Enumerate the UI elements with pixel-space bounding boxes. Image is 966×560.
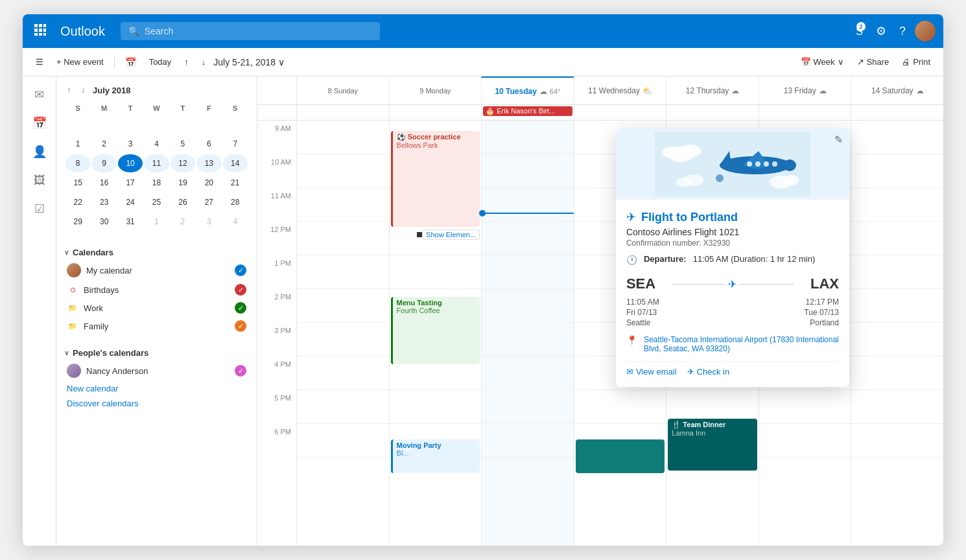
- separator: [114, 56, 115, 69]
- birthday-event[interactable]: 🎂 Erik Nason's Birt...: [483, 106, 572, 116]
- day-header-monday[interactable]: 9 Monday: [389, 76, 482, 104]
- cal-day[interactable]: 20: [196, 174, 221, 192]
- cal-day[interactable]: 3: [196, 213, 221, 231]
- flight-airline: Contoso Airlines Flight 1021: [626, 227, 839, 237]
- cal-day[interactable]: [118, 115, 143, 134]
- share-button[interactable]: ↗ Share: [852, 53, 895, 71]
- search-box[interactable]: 🔍: [121, 22, 380, 40]
- people-nav-icon[interactable]: 👤: [27, 139, 53, 165]
- cal-day[interactable]: [65, 115, 90, 134]
- help-button[interactable]: ?: [895, 21, 910, 42]
- day-header-friday[interactable]: 13 Friday ☁: [759, 76, 851, 104]
- cal-day[interactable]: 19: [171, 174, 195, 192]
- cal-day[interactable]: 18: [144, 174, 169, 192]
- cal-day[interactable]: 4: [223, 213, 248, 231]
- soccer-practice-event[interactable]: ⚽ Soccer practice Bellows Park: [391, 131, 480, 227]
- day-header-tuesday[interactable]: 10 Tuesday ☁ 64°: [481, 76, 574, 104]
- cal-day[interactable]: 15: [65, 174, 90, 192]
- calendar-icon-btn[interactable]: 📅: [120, 53, 141, 71]
- view-email-button[interactable]: ✉ View email: [626, 367, 677, 377]
- skype-button[interactable]: S 2: [852, 21, 867, 42]
- cal-day[interactable]: 2: [91, 135, 116, 153]
- day-header-saturday[interactable]: 14 Saturday ☁: [851, 76, 943, 104]
- photos-nav-icon[interactable]: 🖼: [27, 167, 53, 193]
- day-header-thursday[interactable]: 12 Thursday ☁: [666, 76, 759, 104]
- cal-day[interactable]: 11: [144, 154, 169, 172]
- cal-day[interactable]: 3: [118, 135, 143, 153]
- discover-calendars-link[interactable]: Discover calendars: [64, 396, 249, 411]
- cal-day[interactable]: [91, 115, 116, 134]
- cal-day[interactable]: 6: [196, 135, 221, 153]
- cal-day[interactable]: 14: [223, 154, 248, 172]
- print-button[interactable]: 🖨 Print: [897, 53, 936, 71]
- my-calendar-item[interactable]: My calendar ✓: [64, 260, 249, 281]
- cal-day[interactable]: 4: [144, 135, 169, 153]
- flight-location-link[interactable]: Seattle-Tacoma International Airport (17…: [644, 335, 839, 353]
- flight-popup-title: Flight to Portland: [641, 211, 738, 224]
- cal-day[interactable]: 8: [65, 154, 90, 172]
- cal-day[interactable]: [144, 115, 169, 134]
- birthdays-item[interactable]: ⊙ Birthdays ✓: [64, 281, 249, 299]
- next-button[interactable]: ↓: [196, 53, 211, 71]
- sidebar: ↑ ↓ July 2018 S M T W T F S: [56, 76, 257, 546]
- nancy-calendar-item[interactable]: Nancy Anderson ✓: [64, 360, 249, 381]
- time-10am: 10 AM: [257, 157, 296, 191]
- mini-cal-prev[interactable]: ↑: [64, 84, 73, 96]
- hamburger-button[interactable]: ☰: [30, 53, 49, 71]
- cal-day[interactable]: 25: [144, 193, 169, 211]
- cal-day[interactable]: 28: [223, 193, 248, 211]
- cal-day[interactable]: 23: [91, 193, 116, 211]
- search-input[interactable]: [145, 26, 372, 36]
- moving-party-event[interactable]: Moving Party Bl...: [391, 439, 480, 473]
- cal-day[interactable]: 29: [65, 213, 90, 231]
- family-item[interactable]: 📁 Family ✓: [64, 317, 249, 335]
- cal-day[interactable]: 7: [223, 135, 248, 153]
- day-header-sunday[interactable]: 8 Sunday: [296, 76, 389, 104]
- waffle-icon[interactable]: [30, 20, 50, 43]
- settings-button[interactable]: ⚙: [872, 20, 890, 42]
- calendars-section-header[interactable]: ∨ Calendars: [64, 245, 249, 260]
- new-calendar-link[interactable]: New calendar: [64, 381, 249, 396]
- peoples-header[interactable]: ∨ People's calendars: [64, 345, 249, 360]
- cal-day[interactable]: 13: [196, 154, 221, 172]
- new-event-button[interactable]: + New event: [51, 53, 109, 71]
- cal-day[interactable]: 31: [118, 213, 143, 231]
- cal-day[interactable]: 2: [171, 213, 195, 231]
- check-in-button[interactable]: ✈ Check in: [687, 367, 730, 377]
- cal-day[interactable]: 5: [171, 135, 195, 153]
- teal-event[interactable]: [576, 439, 665, 473]
- cal-day[interactable]: 30: [91, 213, 116, 231]
- date-range[interactable]: July 5-21, 2018 ∨: [213, 57, 285, 67]
- day-header-wednesday[interactable]: 11 Wednesday ⛅: [574, 76, 666, 104]
- flight-popup-close[interactable]: ✎: [834, 134, 843, 146]
- cal-day[interactable]: 22: [65, 193, 90, 211]
- calendar-nav-icon[interactable]: 📅: [27, 110, 53, 136]
- cal-day[interactable]: 17: [118, 174, 143, 192]
- cal-day[interactable]: 1: [65, 135, 90, 153]
- show-elements-btn[interactable]: Show Elemen...: [422, 229, 480, 240]
- cal-day[interactable]: 16: [91, 174, 116, 192]
- today-button[interactable]: Today: [144, 53, 177, 71]
- menu-tasting-event[interactable]: Menu Tasting Fourth Coffee: [391, 297, 480, 364]
- cal-day[interactable]: [196, 115, 221, 134]
- work-item[interactable]: 📁 Work ✓: [64, 299, 249, 317]
- mail-nav-icon[interactable]: ✉: [27, 82, 53, 108]
- cal-day[interactable]: 9: [91, 154, 116, 172]
- cal-day[interactable]: [223, 115, 248, 134]
- cal-day[interactable]: 26: [171, 193, 195, 211]
- tasks-nav-icon[interactable]: ☑: [27, 196, 53, 222]
- cal-day[interactable]: 1: [144, 213, 169, 231]
- avatar[interactable]: [915, 21, 936, 41]
- flight-plane-icon: ✈: [626, 210, 636, 224]
- cal-day[interactable]: 24: [118, 193, 143, 211]
- team-dinner-event[interactable]: 🍴 Team Dinner Lamna Inn: [668, 419, 757, 471]
- svg-rect-5: [43, 29, 46, 32]
- mini-cal-next[interactable]: ↓: [78, 84, 88, 96]
- prev-button[interactable]: ↑: [179, 53, 194, 71]
- cal-day-today[interactable]: 10: [118, 154, 143, 172]
- week-view-button[interactable]: 📅 Week ∨: [795, 53, 849, 71]
- cal-day[interactable]: 27: [196, 193, 221, 211]
- cal-day[interactable]: [171, 115, 195, 134]
- cal-day[interactable]: 21: [223, 174, 248, 192]
- cal-day[interactable]: 12: [171, 154, 195, 172]
